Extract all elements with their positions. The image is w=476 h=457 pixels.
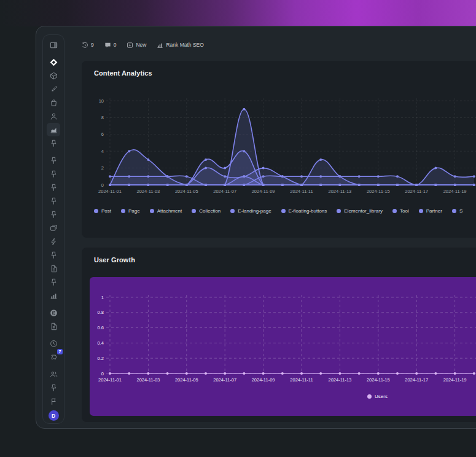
- sidebar-item-elementor[interactable]: [47, 306, 60, 319]
- legend-item-elementor_library[interactable]: Elementor_library: [337, 208, 383, 214]
- sidebar-item-seo-stats[interactable]: [47, 289, 60, 302]
- seo-bars-icon: [50, 292, 58, 300]
- svg-text:4: 4: [101, 149, 104, 154]
- svg-text:2024-11-01: 2024-11-01: [98, 377, 122, 383]
- legend-dot-icon: [452, 209, 456, 213]
- legend-dot-icon: [392, 209, 397, 213]
- doc-icon: [50, 322, 58, 330]
- adminbar-item-comments-count[interactable]: 0: [104, 42, 117, 49]
- sidebar-item-templates-doc[interactable]: [47, 319, 60, 333]
- sidebar-item-editor-pencil[interactable]: [47, 82, 60, 96]
- user-growth-card: User Growth 2024-11-012024-11-032024-11-…: [82, 248, 476, 422]
- sidebar-item-pinned-7[interactable]: [47, 248, 60, 262]
- sidebar-item-collapse-toggle[interactable]: [47, 38, 60, 52]
- legend-item-post[interactable]: Post: [94, 208, 111, 214]
- pin-icon: [50, 184, 58, 192]
- svg-text:10: 10: [99, 98, 104, 104]
- legend-label: Attachment: [157, 208, 182, 214]
- svg-text:2024-11-13: 2024-11-13: [328, 377, 351, 383]
- sidebar-item-pinned-8[interactable]: [47, 275, 60, 289]
- svg-text:1: 1: [101, 295, 104, 300]
- sidebar-item-pinned-4[interactable]: [47, 181, 60, 194]
- plus-icon: [127, 42, 133, 49]
- svg-text:2024-11-07: 2024-11-07: [213, 189, 236, 194]
- legend-dot-icon: [419, 209, 423, 213]
- adminbar-item-label: New: [136, 42, 146, 48]
- svg-text:2024-11-11: 2024-11-11: [290, 189, 313, 194]
- adminbar-item-rank-math-seo[interactable]: Rank Math SEO: [157, 42, 203, 49]
- legend-dot-icon: [121, 209, 125, 213]
- legend-label: Elementor_library: [344, 208, 383, 214]
- legend-item-s[interactable]: S: [452, 208, 462, 214]
- sidebar-item-updates-cube[interactable]: [47, 69, 60, 82]
- legend-item-collection[interactable]: Collection: [192, 208, 220, 214]
- legend-label: E-landing-page: [238, 208, 271, 214]
- update-count-badge: 7: [57, 349, 63, 354]
- user-icon: [50, 112, 58, 120]
- sidebar-item-pinned-5[interactable]: [47, 194, 60, 208]
- users-icon: [50, 370, 58, 378]
- svg-text:2024-11-19: 2024-11-19: [443, 377, 467, 383]
- sidebar-group: [47, 55, 60, 150]
- svg-text:2024-11-15: 2024-11-15: [367, 377, 390, 383]
- pin-icon: [50, 278, 58, 286]
- user-growth-title: User Growth: [94, 256, 135, 264]
- elementor-icon: [50, 309, 58, 317]
- svg-text:2024-11-07: 2024-11-07: [213, 377, 236, 383]
- legend-dot-icon: [367, 394, 372, 399]
- legend-dot-icon: [337, 209, 341, 213]
- legend-dot-icon: [150, 209, 154, 213]
- content-analytics-legend: PostPageAttachmentCollectionE-landing-pa…: [94, 208, 476, 214]
- svg-text:2024-11-13: 2024-11-13: [328, 189, 351, 194]
- comment-icon: [104, 42, 111, 49]
- sidebar-item-analytics[interactable]: [47, 123, 60, 136]
- sidebar-item-history-clock[interactable]: [47, 337, 60, 350]
- adminbar-item-new-content[interactable]: New: [127, 42, 146, 49]
- legend-item-e-floating-buttons[interactable]: E-floating-buttons: [281, 208, 327, 214]
- svg-text:2024-11-17: 2024-11-17: [405, 377, 428, 383]
- sidebar-group: [47, 38, 60, 52]
- adminbar-item-label: Rank Math SEO: [166, 42, 203, 48]
- history-icon: [82, 42, 88, 49]
- sidebar-group: 7: [47, 337, 60, 364]
- sidebar-item-pinned-3[interactable]: [47, 167, 60, 181]
- user-growth-legend: Users: [367, 394, 388, 399]
- sidebar-item-store-bag[interactable]: [47, 96, 60, 109]
- legend-item-tool[interactable]: Tool: [392, 208, 409, 214]
- sidebar-item-dashboard[interactable]: [47, 55, 60, 69]
- legend-item-partner[interactable]: Partner: [419, 208, 442, 214]
- sidebar-item-all-users[interactable]: [47, 367, 60, 381]
- sidebar-item-media-library[interactable]: [47, 221, 60, 235]
- svg-text:0: 0: [101, 371, 104, 377]
- svg-text:2024-11-03: 2024-11-03: [136, 377, 160, 383]
- adminbar-item-updates-count[interactable]: 9: [82, 42, 94, 49]
- legend-item-attachment[interactable]: Attachment: [150, 208, 182, 214]
- sidebar-item-pinned-2[interactable]: [47, 154, 60, 167]
- sidebar-item-pages-doc[interactable]: [47, 262, 60, 275]
- sidebar-item-pinned-1[interactable]: [47, 136, 60, 150]
- admin-toolbar: 90NewRank Math SEO: [82, 40, 204, 50]
- svg-text:2024-11-15: 2024-11-15: [367, 189, 390, 194]
- user-avatar[interactable]: D: [49, 410, 59, 421]
- sidebar-group: [47, 306, 60, 333]
- content-analytics-title: Content Analytics: [94, 69, 152, 77]
- sidebar-item-collapse-flag[interactable]: [47, 394, 60, 408]
- legend-label: E-floating-buttons: [289, 208, 327, 214]
- svg-text:6: 6: [101, 131, 104, 137]
- sidebar-item-pinned-6[interactable]: [47, 208, 60, 221]
- pin-icon: [50, 139, 58, 147]
- legend-item-e-landing-page[interactable]: E-landing-page: [230, 208, 271, 214]
- legend-dot-icon: [230, 209, 235, 213]
- legend-label: Tool: [400, 208, 409, 214]
- sidebar-item-profile[interactable]: [47, 109, 60, 123]
- pin-icon: [50, 211, 58, 219]
- sidebar-item-pinned-9[interactable]: [47, 381, 60, 394]
- bolt-icon: [50, 238, 58, 246]
- content-analytics-chart: 2024-11-012024-11-032024-11-052024-11-07…: [93, 92, 476, 201]
- sidebar-item-plugins[interactable]: 7: [47, 350, 60, 364]
- images-icon: [50, 224, 58, 232]
- legend-item-page[interactable]: Page: [121, 208, 140, 214]
- legend-item-users[interactable]: Users: [367, 394, 388, 399]
- svg-text:0.8: 0.8: [98, 310, 104, 315]
- sidebar-item-performance[interactable]: [47, 235, 60, 248]
